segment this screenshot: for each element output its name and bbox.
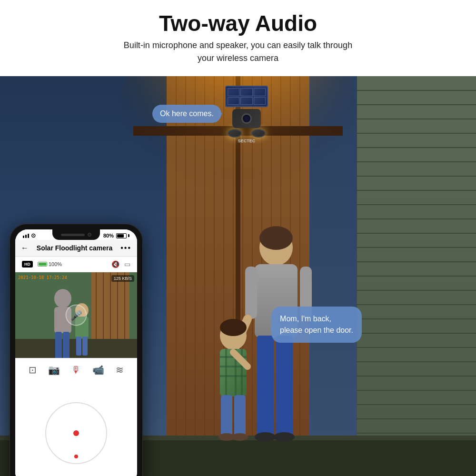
wifi-icon: ⊙ xyxy=(31,232,36,239)
signal-bar-3 xyxy=(28,234,29,238)
svg-rect-56 xyxy=(257,336,274,438)
ptz-joystick[interactable] xyxy=(45,402,107,464)
svg-point-59 xyxy=(274,432,295,442)
camera-lights xyxy=(228,129,266,138)
phone-screen: ⊙ 80% ← Solar Flood xyxy=(15,229,137,476)
svg-rect-54 xyxy=(245,267,257,319)
phone-outer: ⊙ 80% ← Solar Flood xyxy=(10,224,143,476)
battery-fill xyxy=(117,234,124,238)
hd-badge: HD xyxy=(22,261,33,268)
toolbar-snapshot-icon[interactable]: ⊡ xyxy=(29,364,37,376)
solar-cell xyxy=(228,88,239,96)
app-header: ← Solar Floodlight camera ••• xyxy=(15,240,137,257)
svg-rect-70 xyxy=(221,395,232,438)
camera-body xyxy=(232,109,261,128)
battery-tip xyxy=(128,234,129,237)
solar-cell xyxy=(240,97,252,105)
svg-rect-85 xyxy=(55,332,62,358)
battery-percent: 80% xyxy=(103,233,114,238)
feed-timestamp: 2021-10-18 17:25:24 xyxy=(18,275,67,280)
svg-point-62 xyxy=(220,319,247,336)
camera-speech-bubble: Ok here comes. xyxy=(152,105,221,123)
phone-mockup: ⊙ 80% ← Solar Flood xyxy=(10,224,143,476)
solar-cell xyxy=(228,97,239,105)
toolbar-mic-icon[interactable]: 🎙 xyxy=(71,365,81,376)
battery-green-icon xyxy=(38,262,47,267)
more-button[interactable]: ••• xyxy=(120,244,131,252)
camera-light-right xyxy=(251,129,266,138)
battery-status: 100% xyxy=(38,261,62,267)
battery-bar xyxy=(116,233,127,238)
solar-cell xyxy=(254,97,266,105)
volume-icon[interactable]: 🔇 xyxy=(111,260,119,268)
subtitle: Built-in microphone and speaker, you can… xyxy=(124,39,352,65)
solar-cell xyxy=(254,88,266,96)
status-left: ⊙ xyxy=(23,232,36,239)
mic-overlay: 🎤 xyxy=(66,305,87,326)
toolbar-more-icon[interactable]: ≋ xyxy=(116,364,124,376)
camera-lens xyxy=(241,113,252,124)
ptz-area[interactable] xyxy=(15,381,137,476)
svg-rect-71 xyxy=(234,395,246,438)
battery-percentage: 100% xyxy=(49,261,62,267)
solar-cell xyxy=(240,88,252,96)
svg-rect-90 xyxy=(82,337,88,356)
solar-panel xyxy=(225,86,268,107)
bottom-toolbar: ⊡ 📷 🎙 📹 ≋ xyxy=(15,358,137,381)
camera-light-left xyxy=(228,129,242,138)
camera-device: SECTEC xyxy=(225,86,268,143)
phone-speaker xyxy=(61,234,85,236)
screenshot-icon[interactable]: ▭ xyxy=(124,260,130,268)
person-speech-bubble: Mom, I'm back, please open the door. xyxy=(271,307,362,343)
signal-bar-2 xyxy=(25,235,27,238)
app-title: Solar Floodlight camera xyxy=(29,244,120,252)
svg-rect-57 xyxy=(276,336,293,438)
battery-indicator xyxy=(116,233,129,238)
mic-icon: 🎤 xyxy=(70,309,82,321)
svg-point-73 xyxy=(232,433,248,441)
signal-indicator xyxy=(23,234,29,238)
app-controls-bar: HD 100% 🔇 ▭ xyxy=(15,257,137,272)
camera-brand: SECTEC xyxy=(238,139,256,143)
feed-speed: 125 KB/S xyxy=(111,275,134,282)
svg-point-58 xyxy=(255,432,276,442)
camera-feed: 2021-10-18 17:25:24 125 KB/S xyxy=(15,272,137,358)
toolbar-video-icon[interactable]: 📹 xyxy=(92,364,104,376)
signal-bar-1 xyxy=(23,236,24,238)
svg-point-52 xyxy=(259,226,293,250)
status-right: 80% xyxy=(103,233,129,238)
svg-point-83 xyxy=(54,289,71,308)
phone-notch xyxy=(52,229,100,240)
ptz-bottom-dot xyxy=(74,455,78,458)
feed-content: 🎤 xyxy=(15,272,137,358)
scene-area: SECTEC Ok here comes. Mom, I'm back, ple… xyxy=(0,76,476,476)
phone-front-camera xyxy=(88,233,91,237)
back-button[interactable]: ← xyxy=(21,244,29,252)
header-section: Two-way Audio Built-in microphone and sp… xyxy=(0,0,476,76)
toolbar-camera-icon[interactable]: 📷 xyxy=(48,364,60,376)
svg-rect-86 xyxy=(63,332,69,358)
main-title: Two-way Audio xyxy=(159,11,317,36)
svg-rect-89 xyxy=(76,337,81,356)
battery-green-fill xyxy=(39,263,46,266)
ptz-center-dot xyxy=(73,430,79,436)
